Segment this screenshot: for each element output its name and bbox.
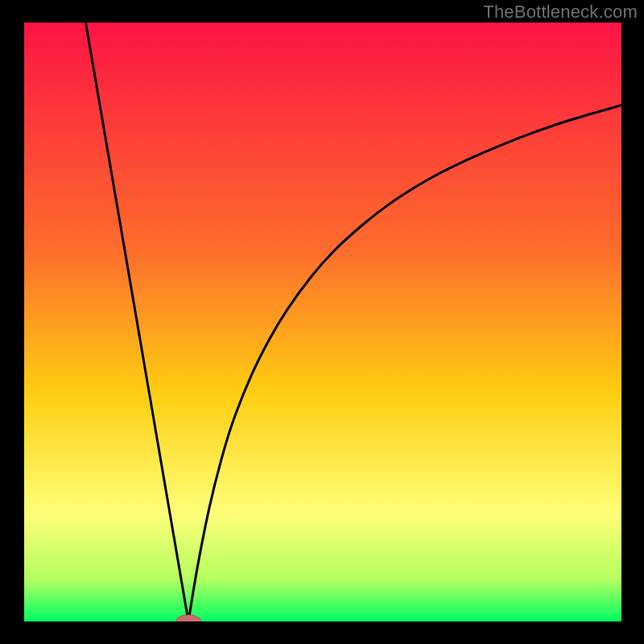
plot-area <box>24 23 621 621</box>
chart-svg <box>24 23 621 621</box>
chart-frame: TheBottleneck.com <box>0 0 644 644</box>
gradient-bg <box>24 23 621 621</box>
watermark-text: TheBottleneck.com <box>483 2 638 23</box>
